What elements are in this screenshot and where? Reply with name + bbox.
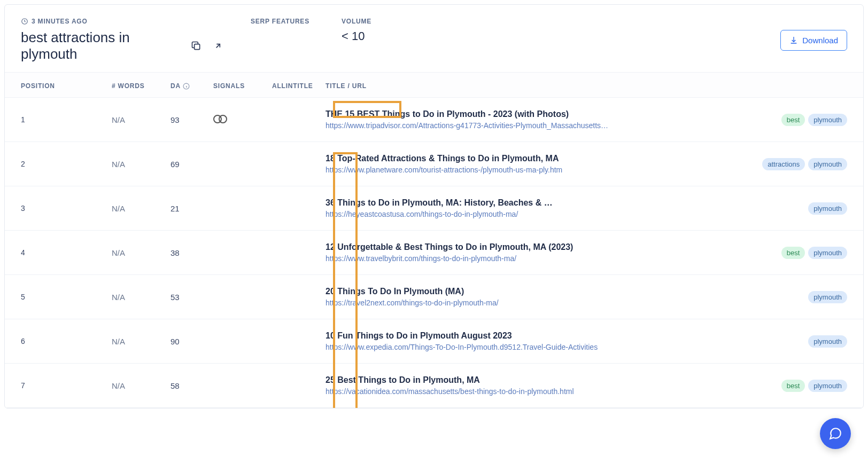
cell-words: N/A [112,160,170,169]
tag[interactable]: plymouth [808,114,847,126]
timestamp-text: 3 MINUTES AGO [32,18,88,25]
tag[interactable]: plymouth [808,380,847,392]
clock-icon [21,18,28,25]
col-allintitle[interactable]: ALLINTITLE [272,82,326,90]
cell-position: 5 [21,293,112,301]
tags: bestplymouth [771,380,847,392]
cell-words: N/A [112,204,170,213]
volume-label: VOLUME [342,18,416,25]
result-title[interactable]: 10 Fun Things to Do in Plymouth August 2… [326,331,790,341]
cell-da: 53 [170,293,213,302]
results-body: 1N/A93THE 15 BEST Things to Do in Plymou… [5,98,863,408]
tag[interactable]: plymouth [808,335,847,348]
volume-value: < 10 [342,29,416,43]
columns-header: POSITION # WORDS DA SIGNALS ALLINTITLE T… [5,72,863,98]
table-row: 6N/A9010 Fun Things to Do in Plymouth Au… [5,319,863,364]
tag[interactable]: attractions [762,158,805,170]
tags: bestplymouth [771,247,847,259]
panel-header: 3 MINUTES AGO best attractions in plymou… [5,5,863,72]
result-url[interactable]: https://www.expedia.com/Things-To-Do-In-… [326,343,790,351]
result-title[interactable]: 20 Things To Do In Plymouth (MA) [326,287,790,296]
result-url[interactable]: https://www.travelbybrit.com/things-to-d… [326,254,763,263]
timestamp: 3 MINUTES AGO [21,18,224,25]
info-icon[interactable] [183,83,190,90]
tripadvisor-icon [213,114,227,123]
col-title-url[interactable]: TITLE / URL [326,82,847,90]
tag[interactable]: plymouth [808,291,847,303]
serp-panel: 3 MINUTES AGO best attractions in plymou… [4,4,864,408]
col-da[interactable]: DA [170,82,213,90]
result-url[interactable]: https://www.tripadvisor.com/Attractions-… [326,121,763,130]
table-row: 7N/A5825 Best Things to Do in Plymouth, … [5,364,863,408]
download-icon [789,36,798,44]
col-position[interactable]: POSITION [21,82,112,90]
result-url[interactable]: https://vacationidea.com/massachusetts/b… [326,387,763,396]
download-button[interactable]: Download [780,30,847,51]
cell-position: 3 [21,204,112,213]
cell-words: N/A [112,381,170,390]
cell-title-url: 36 Things to Do in Plymouth, MA: History… [326,198,847,218]
result-url[interactable]: https://heyeastcoastusa.com/things-to-do… [326,210,790,218]
tag[interactable]: plymouth [808,202,847,215]
cell-words: N/A [112,115,170,124]
tags: plymouth [797,335,847,348]
cell-title-url: 18 Top-Rated Attractions & Things to Do … [326,154,847,174]
tag[interactable]: best [781,247,805,259]
download-label: Download [802,36,838,45]
table-row: 3N/A2136 Things to Do in Plymouth, MA: H… [5,186,863,231]
query-text: best attractions in plymouth [21,29,184,62]
result-url[interactable]: https://www.planetware.com/tourist-attra… [326,166,744,174]
cell-position: 6 [21,337,112,345]
tags: plymouth [797,291,847,303]
cell-signals [213,114,272,125]
result-title[interactable]: 25 Best Things to Do in Plymouth, MA [326,375,763,385]
cell-words: N/A [112,337,170,346]
col-da-label: DA [170,82,181,90]
svg-rect-1 [195,44,200,50]
cell-da: 21 [170,204,213,213]
cell-title-url: 12 Unforgettable & Best Things to Do in … [326,242,847,263]
result-title[interactable]: THE 15 BEST Things to Do in Plymouth - 2… [326,109,763,119]
tags: plymouth [797,202,847,215]
col-signals[interactable]: SIGNALS [213,82,272,90]
cell-title-url: 25 Best Things to Do in Plymouth, MAhttp… [326,375,847,396]
tags: bestplymouth [771,114,847,126]
result-title[interactable]: 12 Unforgettable & Best Things to Do in … [326,242,763,252]
tag[interactable]: plymouth [808,247,847,259]
tag[interactable]: best [781,114,805,126]
cell-title-url: 10 Fun Things to Do in Plymouth August 2… [326,331,847,351]
col-words[interactable]: # WORDS [112,82,170,90]
copy-icon[interactable] [191,40,202,52]
cell-da: 38 [170,248,213,257]
open-external-icon[interactable] [213,40,224,52]
cell-da: 58 [170,381,213,390]
tags: attractionsplymouth [751,158,847,170]
cell-position: 2 [21,160,112,168]
table-row: 1N/A93THE 15 BEST Things to Do in Plymou… [5,98,863,142]
cell-da: 90 [170,337,213,346]
result-url[interactable]: https://travel2next.com/things-to-do-in-… [326,298,790,307]
cell-title-url: 20 Things To Do In Plymouth (MA)https://… [326,287,847,307]
result-title[interactable]: 36 Things to Do in Plymouth, MA: History… [326,198,790,208]
cell-position: 1 [21,115,112,124]
serp-features-label: SERP FEATURES [251,18,326,25]
cell-da: 93 [170,115,213,124]
cell-position: 7 [21,381,112,390]
cell-position: 4 [21,248,112,257]
table-row: 2N/A6918 Top-Rated Attractions & Things … [5,142,863,186]
table-row: 4N/A3812 Unforgettable & Best Things to … [5,231,863,275]
cell-words: N/A [112,293,170,302]
result-title[interactable]: 18 Top-Rated Attractions & Things to Do … [326,154,744,163]
tag[interactable]: best [781,380,805,392]
cell-da: 69 [170,160,213,169]
cell-title-url: THE 15 BEST Things to Do in Plymouth - 2… [326,109,847,130]
table-row: 5N/A5320 Things To Do In Plymouth (MA)ht… [5,275,863,319]
cell-words: N/A [112,248,170,257]
tag[interactable]: plymouth [808,158,847,170]
